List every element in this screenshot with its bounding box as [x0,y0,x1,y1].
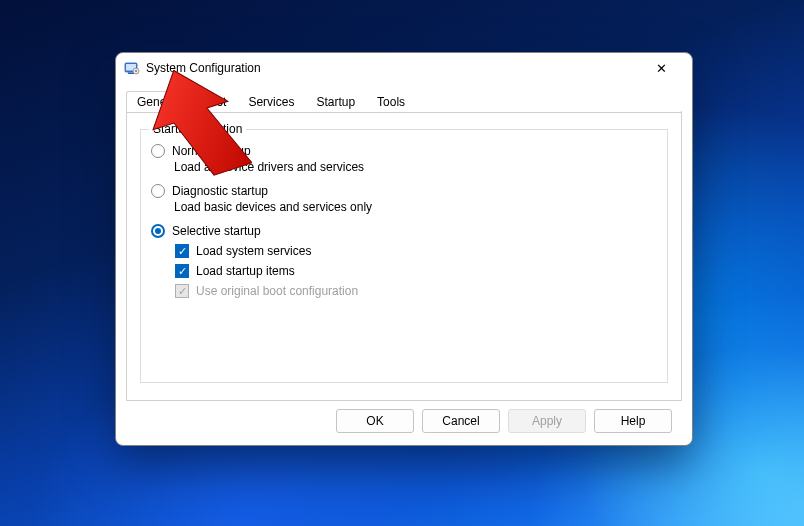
window-title: System Configuration [146,61,261,75]
checkbox-load-system-services[interactable]: ✓ Load system services [175,244,657,258]
app-icon [124,60,140,76]
radio-label: Normal startup [172,144,251,158]
checkbox-icon: ✓ [175,264,189,278]
radio-icon [151,144,165,158]
groupbox-legend: Startup selection [149,122,246,136]
radio-diagnostic-startup[interactable]: Diagnostic startup [151,184,657,198]
title-bar: System Configuration ✕ [116,53,692,83]
checkbox-label: Load system services [196,244,311,258]
tab-general[interactable]: General [126,91,191,112]
checkbox-label: Use original boot configuration [196,284,358,298]
radio-normal-desc: Load all device drivers and services [174,160,657,174]
help-button[interactable]: Help [594,409,672,433]
radio-label: Selective startup [172,224,261,238]
startup-selection-group: Startup selection Normal startup Load al… [140,129,668,383]
cancel-button[interactable]: Cancel [422,409,500,433]
checkbox-use-original-boot: ✓ Use original boot configuration [175,284,657,298]
tab-boot[interactable]: Boot [191,91,238,112]
close-button[interactable]: ✕ [639,53,684,83]
checkbox-icon: ✓ [175,244,189,258]
checkbox-load-startup-items[interactable]: ✓ Load startup items [175,264,657,278]
checkbox-icon: ✓ [175,284,189,298]
radio-icon [151,184,165,198]
radio-selective-startup[interactable]: Selective startup [151,224,657,238]
apply-button: Apply [508,409,586,433]
close-icon: ✕ [656,61,667,76]
tab-strip: General Boot Services Startup Tools [126,91,682,113]
checkbox-label: Load startup items [196,264,295,278]
system-configuration-dialog: System Configuration ✕ General Boot Serv… [115,52,693,446]
tab-startup[interactable]: Startup [305,91,366,112]
ok-button[interactable]: OK [336,409,414,433]
radio-diagnostic-desc: Load basic devices and services only [174,200,657,214]
radio-icon [151,224,165,238]
tab-tools[interactable]: Tools [366,91,416,112]
svg-point-4 [135,70,137,72]
radio-label: Diagnostic startup [172,184,268,198]
tab-services[interactable]: Services [237,91,305,112]
dialog-button-row: OK Cancel Apply Help [336,409,672,433]
radio-normal-startup[interactable]: Normal startup [151,144,657,158]
svg-rect-2 [128,73,134,75]
